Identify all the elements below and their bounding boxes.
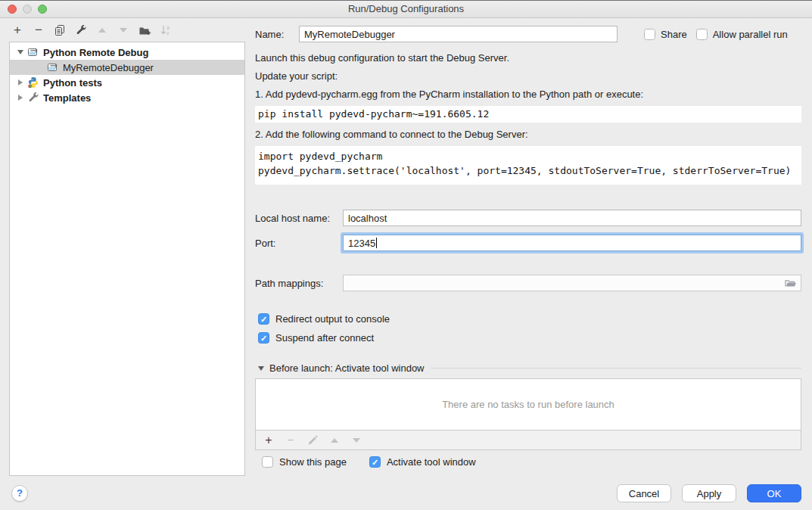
tree-item-python-remote-debug[interactable]: Python Remote Debug: [10, 45, 244, 60]
apply-button[interactable]: Apply: [682, 484, 736, 502]
collapse-arrow-icon[interactable]: [15, 50, 26, 54]
dialog-buttons: Cancel Apply OK: [617, 484, 801, 502]
before-launch-tasks-list[interactable]: There are no tasks to run before launch: [255, 378, 801, 431]
tree-item-templates[interactable]: Templates: [10, 90, 244, 105]
expand-arrow-icon[interactable]: [15, 95, 26, 101]
show-this-page-checkbox[interactable]: [262, 456, 273, 468]
show-this-page-label: Show this page: [279, 456, 347, 468]
tree-item-python-tests[interactable]: Python tests: [10, 75, 244, 90]
run-configuration-icon: [47, 61, 59, 73]
name-label: Name:: [255, 29, 299, 40]
text-caret: [376, 238, 377, 248]
move-down-icon[interactable]: [117, 23, 130, 37]
activate-tool-window-checkbox[interactable]: [369, 456, 381, 468]
step1-text: 1. Add pydevd-pycharm.egg from the PyCha…: [255, 89, 801, 101]
port-label: Port:: [255, 238, 343, 249]
pip-install-command: pip install pydevd-pycharm~=191.6605.12: [255, 106, 801, 123]
update-script-text: Update your script:: [255, 70, 801, 82]
port-input[interactable]: 12345: [343, 235, 801, 251]
run-configuration-icon: [27, 46, 39, 58]
cancel-button[interactable]: Cancel: [617, 484, 671, 502]
collapse-section-icon[interactable]: [258, 366, 264, 371]
remove-configuration-icon[interactable]: −: [32, 23, 45, 37]
remove-task-icon[interactable]: −: [285, 434, 297, 446]
intro-text: Launch this debug configuration to start…: [255, 52, 801, 64]
window-title: Run/Debug Configurations: [0, 1, 812, 17]
browse-folder-icon[interactable]: [784, 277, 798, 289]
tasks-toolbar: + −: [255, 431, 801, 450]
new-folder-icon[interactable]: [138, 23, 151, 37]
move-task-up-icon[interactable]: [328, 434, 341, 446]
copy-configuration-icon[interactable]: [53, 23, 67, 37]
empty-tasks-message: There are no tasks to run before launch: [442, 399, 614, 410]
expand-arrow-icon[interactable]: [15, 79, 26, 86]
share-checkbox[interactable]: [644, 29, 655, 40]
redirect-output-label: Redirect output to console: [275, 313, 390, 325]
move-task-down-icon[interactable]: [350, 434, 362, 446]
suspend-after-connect-label: Suspend after connect: [275, 332, 374, 344]
configurations-toolbar: + − a z: [11, 22, 173, 39]
run-debug-configurations-dialog: Run/Debug Configurations + −: [0, 0, 812, 510]
path-mappings-input[interactable]: [343, 275, 801, 291]
add-task-icon[interactable]: +: [263, 434, 275, 446]
settrace-code-snippet: import pydevd_pycharm pydevd_pycharm.set…: [255, 146, 801, 185]
sort-alphabetically-icon[interactable]: a z: [159, 23, 173, 37]
local-host-name-label: Local host name:: [255, 213, 343, 224]
suspend-after-connect-checkbox[interactable]: [258, 332, 269, 344]
help-button[interactable]: ?: [11, 485, 28, 502]
move-up-icon[interactable]: [95, 23, 109, 37]
configurations-tree: Python Remote Debug MyRemoteDebugger: [9, 42, 245, 476]
svg-text:z: z: [166, 30, 170, 36]
allow-parallel-run-label: Allow parallel run: [713, 29, 788, 40]
edit-task-icon[interactable]: [306, 434, 319, 446]
name-input[interactable]: [299, 26, 618, 42]
before-launch-header: Before launch: Activate tool window: [269, 362, 425, 374]
templates-wrench-icon: [27, 92, 39, 104]
section-divider: [431, 368, 801, 369]
svg-text:a: a: [166, 25, 170, 30]
redirect-output-checkbox[interactable]: [258, 313, 269, 325]
step2-text: 2. Add the following command to connect …: [255, 129, 801, 141]
activate-tool-window-label: Activate tool window: [387, 456, 476, 468]
edit-templates-icon[interactable]: [74, 23, 88, 37]
path-mappings-label: Path mappings:: [255, 278, 343, 289]
python-tests-icon: [27, 76, 39, 89]
ok-button[interactable]: OK: [747, 484, 801, 502]
allow-parallel-run-checkbox[interactable]: [696, 29, 708, 40]
configuration-form: Name: Share Allow parallel run Launch th…: [255, 17, 801, 468]
add-configuration-icon[interactable]: +: [11, 23, 24, 37]
tree-item-myremotedebugger[interactable]: MyRemoteDebugger: [10, 60, 244, 75]
local-host-name-input[interactable]: [343, 210, 801, 226]
share-label: Share: [661, 29, 687, 40]
titlebar: Run/Debug Configurations: [0, 1, 812, 18]
